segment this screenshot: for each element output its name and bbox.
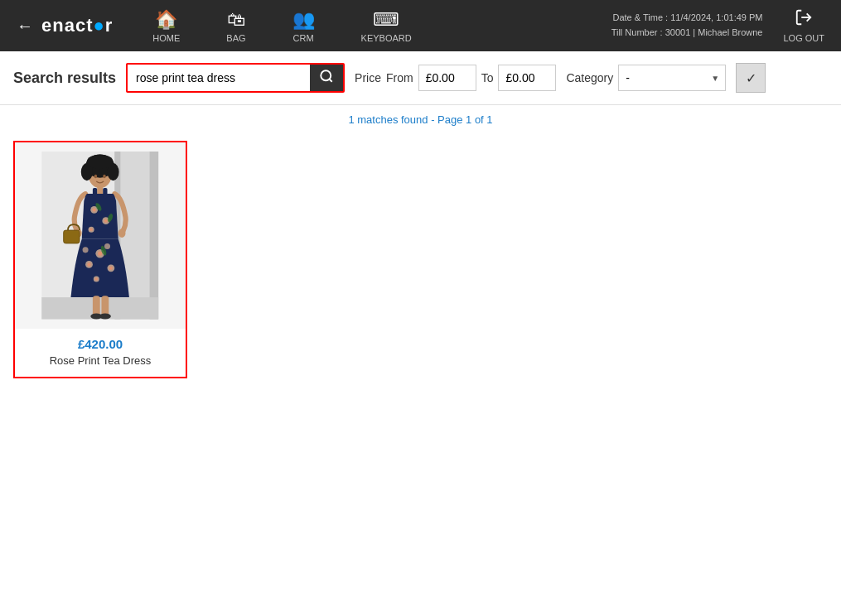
svg-rect-6 [150, 152, 159, 320]
svg-point-43 [99, 314, 111, 320]
home-label: HOME [152, 33, 180, 43]
keyboard-icon: ⌨ [373, 9, 399, 31]
from-label: From [386, 71, 413, 84]
price-filter: Price From To [355, 65, 556, 91]
search-icon [319, 69, 334, 87]
search-bar-area: Search results Price From To Category - … [0, 51, 841, 105]
logout-button[interactable]: LOG OUT [775, 8, 833, 43]
logout-label: LOG OUT [783, 33, 824, 43]
product-grid: £420.00 Rose Print Tea Dress [0, 132, 841, 387]
svg-point-30 [88, 263, 91, 267]
svg-point-28 [98, 252, 102, 256]
svg-rect-20 [104, 188, 108, 198]
svg-rect-15 [97, 187, 103, 195]
results-summary: 1 matches found - Page 1 of 1 [348, 113, 492, 126]
datetime-text: Date & Time : 11/4/2024, 1:01:49 PM [611, 11, 763, 26]
nav-home[interactable]: 🏠 HOME [129, 0, 203, 51]
apply-button[interactable]: ✓ [736, 63, 766, 93]
category-label: Category [566, 71, 613, 84]
price-from-input[interactable] [418, 65, 476, 91]
category-select[interactable]: - Dresses Tops Skirts Trousers Coats [618, 65, 726, 91]
category-filter: Category - Dresses Tops Skirts Trousers … [566, 65, 726, 91]
product-price: £420.00 [78, 337, 123, 351]
svg-point-34 [95, 278, 99, 282]
category-select-wrapper: - Dresses Tops Skirts Trousers Coats [618, 65, 726, 91]
nav-bag[interactable]: 🛍 BAG [203, 0, 268, 51]
datetime-info: Date & Time : 11/4/2024, 1:01:49 PM Till… [611, 11, 763, 40]
logout-icon [795, 8, 813, 31]
svg-point-32 [109, 267, 113, 270]
nav-keyboard[interactable]: ⌨ KEYBOARD [338, 0, 435, 51]
price-to-input[interactable] [498, 65, 556, 91]
price-label: Price [355, 71, 381, 84]
product-card[interactable]: £420.00 Rose Print Tea Dress [13, 141, 187, 378]
svg-point-24 [104, 219, 108, 223]
svg-point-1 [321, 70, 331, 80]
results-info: 1 matches found - Page 1 of 1 [0, 105, 841, 132]
product-image-area [15, 142, 186, 329]
svg-point-18 [118, 229, 126, 238]
bag-label: BAG [226, 33, 245, 43]
svg-rect-41 [102, 296, 109, 317]
keyboard-label: KEYBOARD [361, 33, 412, 43]
svg-point-35 [104, 243, 110, 249]
home-icon: 🏠 [155, 9, 177, 31]
search-input[interactable] [128, 65, 310, 91]
back-icon: ← [17, 17, 33, 36]
bag-icon: 🛍 [227, 9, 245, 31]
svg-rect-40 [93, 296, 100, 317]
crm-label: CRM [293, 33, 314, 43]
to-label: To [481, 71, 494, 84]
crm-icon: 👥 [292, 9, 315, 31]
nav-crm[interactable]: 👥 CRM [269, 0, 338, 51]
svg-line-2 [330, 79, 332, 81]
svg-rect-19 [93, 188, 97, 198]
svg-rect-17 [64, 230, 80, 243]
nav-items: 🏠 HOME 🛍 BAG 👥 CRM ⌨ KEYBOARD [129, 0, 611, 51]
back-button[interactable]: ← [8, 17, 41, 36]
svg-point-36 [83, 248, 89, 253]
product-name: Rose Print Tea Dress [50, 354, 152, 367]
svg-point-13 [94, 175, 98, 178]
search-input-wrapper [126, 63, 345, 93]
till-text: Till Number : 30001 | Michael Browne [611, 26, 763, 41]
svg-point-26 [90, 229, 94, 232]
checkmark-icon: ✓ [746, 70, 756, 86]
svg-point-12 [87, 155, 114, 170]
search-results-label: Search results [13, 70, 116, 87]
svg-point-22 [93, 208, 96, 211]
navbar: ← enact●r 🏠 HOME 🛍 BAG 👥 CRM ⌨ KEYBOARD … [0, 0, 841, 51]
logo: enact●r [41, 15, 113, 36]
logo-text: enact●r [41, 15, 113, 36]
nav-right: Date & Time : 11/4/2024, 1:01:49 PM Till… [611, 8, 833, 43]
product-image [23, 152, 176, 320]
svg-point-14 [104, 175, 107, 178]
search-button[interactable] [310, 65, 343, 91]
